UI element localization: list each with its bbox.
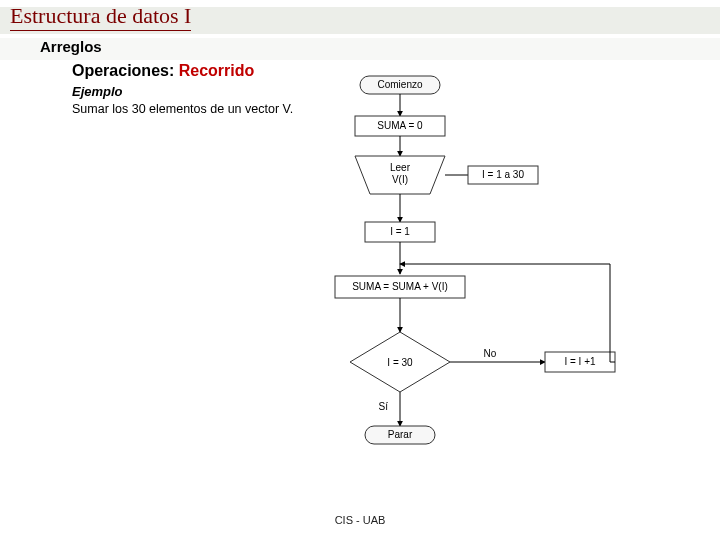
flow-initsum-label: SUMA = 0 <box>377 120 423 131</box>
subtitle: Arreglos <box>40 38 102 55</box>
flow-cond-label: I = 30 <box>387 357 413 368</box>
ops-prefix: Operaciones: <box>72 62 179 79</box>
flow-stop-label: Parar <box>388 429 413 440</box>
flow-yes-label: Sí <box>379 401 389 412</box>
subtitle-bar <box>0 38 720 60</box>
operations-line: Operaciones: Recorrido <box>72 62 254 80</box>
flow-looprange-label: I = 1 a 30 <box>482 169 524 180</box>
example-text: Sumar los 30 elementos de un vector V. <box>72 102 302 118</box>
footer: CIS - UAB <box>0 514 720 526</box>
flow-no-label: No <box>484 348 497 359</box>
slide: Estructura de datos I Arreglos Operacion… <box>0 0 720 540</box>
flow-read-label1: Leer <box>390 162 411 173</box>
flow-acc-label: SUMA = SUMA + V(I) <box>352 281 448 292</box>
flow-start-label: Comienzo <box>377 79 422 90</box>
page-title: Estructura de datos I <box>10 3 191 31</box>
flow-inc-label: I = I +1 <box>564 356 596 367</box>
flow-read-label2: V(I) <box>392 174 408 185</box>
example-label: Ejemplo <box>72 84 123 99</box>
flowchart: Comienzo SUMA = 0 Leer V(I) I = 1 a 30 I… <box>310 74 670 494</box>
flow-seti-label: I = 1 <box>390 226 410 237</box>
ops-highlight: Recorrido <box>179 62 255 79</box>
